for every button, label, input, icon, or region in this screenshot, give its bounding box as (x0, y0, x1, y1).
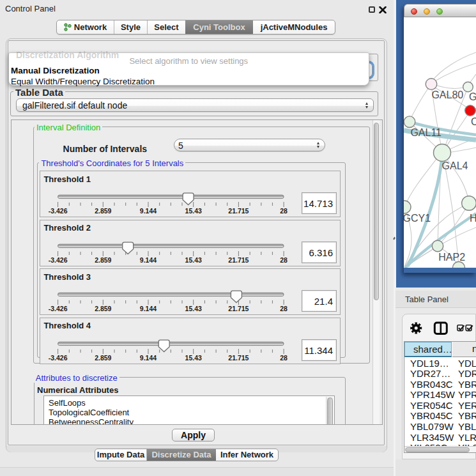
svg-text:GAL80: GAL80 (431, 89, 463, 100)
svg-text:28: 28 (280, 256, 288, 263)
svg-text:H: H (470, 213, 476, 224)
svg-text:GAL4: GAL4 (442, 160, 468, 171)
svg-text:15.43: 15.43 (185, 305, 202, 312)
svg-text:-3.426: -3.426 (49, 256, 68, 263)
svg-text:-3.426: -3.426 (49, 353, 68, 361)
svg-text:9.144: 9.144 (140, 207, 157, 215)
svg-text:9.144: 9.144 (140, 256, 157, 263)
svg-text:28: 28 (280, 353, 288, 361)
svg-text:2.859: 2.859 (95, 207, 112, 215)
svg-text:28: 28 (280, 207, 288, 215)
svg-text:GA: GA (469, 91, 476, 102)
svg-text:2.859: 2.859 (95, 353, 112, 361)
svg-text:-3.426: -3.426 (49, 207, 68, 215)
svg-text:9.144: 9.144 (140, 353, 157, 361)
svg-text:21.715: 21.715 (229, 207, 249, 215)
svg-text:GAL11: GAL11 (410, 127, 441, 138)
svg-text:HAP2: HAP2 (438, 252, 465, 263)
svg-text:GCY1: GCY1 (404, 213, 431, 224)
svg-text:2.859: 2.859 (95, 305, 112, 312)
svg-text:15.43: 15.43 (185, 353, 202, 361)
svg-text:CR: CR (471, 116, 476, 127)
svg-text:28: 28 (280, 305, 288, 312)
svg-text:21.715: 21.715 (229, 305, 249, 312)
svg-text:15.43: 15.43 (185, 207, 202, 215)
svg-text:9.144: 9.144 (140, 305, 157, 312)
svg-text:21.715: 21.715 (229, 256, 249, 263)
svg-text:-3.426: -3.426 (49, 305, 68, 312)
svg-text:2.859: 2.859 (95, 256, 112, 263)
svg-text:21.715: 21.715 (229, 353, 249, 361)
svg-text:15.43: 15.43 (185, 256, 202, 263)
